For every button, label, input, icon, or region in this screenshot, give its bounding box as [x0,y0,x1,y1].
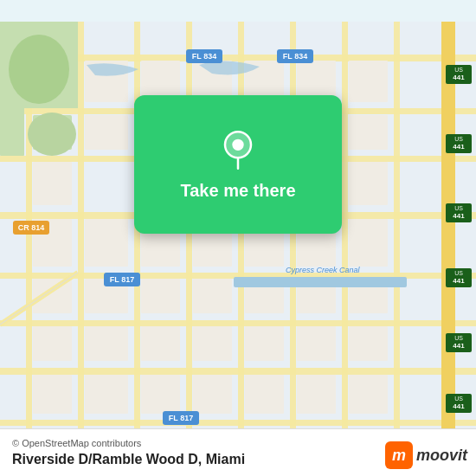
svg-rect-60 [85,375,128,414]
svg-rect-63 [245,375,284,414]
svg-text:FL 834: FL 834 [283,52,307,61]
svg-text:US: US [454,67,463,73]
map-container: FL 834 FL 834 FL 817 FL 817 FL 817 CR 81… [0,0,476,476]
svg-text:441: 441 [453,402,465,410]
svg-text:US: US [454,270,463,276]
svg-rect-13 [238,22,244,454]
svg-rect-15 [342,22,348,454]
location-pin-icon [216,129,260,172]
svg-text:441: 441 [453,342,465,350]
moovit-logo: m moovit [385,441,467,469]
svg-text:US: US [454,335,463,341]
moovit-icon: m [385,441,413,469]
svg-rect-37 [349,162,388,205]
svg-text:FL 817: FL 817 [169,414,193,422]
svg-rect-53 [85,326,128,361]
svg-text:US: US [454,396,463,402]
svg-rect-47 [141,279,180,313]
svg-text:Cypress Creek Canal: Cypress Creek Canal [286,266,361,274]
svg-rect-58 [349,326,388,361]
svg-text:FL 834: FL 834 [192,52,216,61]
svg-rect-54 [141,326,180,361]
svg-rect-65 [349,375,388,414]
svg-rect-14 [290,22,296,454]
svg-point-108 [232,138,243,150]
svg-rect-26 [85,115,128,150]
svg-rect-16 [394,22,400,454]
svg-text:US: US [454,205,463,211]
svg-point-68 [28,113,76,156]
svg-rect-57 [297,326,336,361]
svg-rect-39 [85,219,128,267]
svg-rect-44 [349,219,388,267]
svg-rect-59 [33,375,72,414]
svg-rect-71 [234,277,407,287]
svg-rect-52 [33,326,72,361]
moovit-brand-text: moovit [416,447,467,465]
svg-rect-32 [33,162,72,205]
svg-rect-72 [441,22,455,454]
svg-rect-48 [193,279,232,313]
svg-rect-55 [193,326,232,361]
svg-text:FL 817: FL 817 [110,275,134,284]
svg-rect-11 [134,22,140,454]
svg-text:441: 441 [453,212,465,220]
svg-text:441: 441 [453,277,465,285]
svg-rect-56 [245,326,284,361]
svg-text:441: 441 [453,74,465,81]
moovit-icon-text: m [392,447,406,465]
svg-rect-24 [349,61,388,102]
take-me-there-label: Take me there [180,181,295,201]
svg-rect-31 [349,115,388,150]
svg-rect-12 [186,22,192,454]
svg-text:441: 441 [453,143,465,151]
svg-point-70 [9,35,69,104]
map-background: FL 834 FL 834 FL 817 FL 817 FL 817 CR 81… [0,0,476,476]
svg-rect-62 [193,375,232,414]
action-card[interactable]: Take me there [134,95,342,234]
svg-text:CR 814: CR 814 [18,223,45,232]
svg-rect-10 [78,22,84,454]
svg-rect-61 [141,375,180,414]
svg-rect-64 [297,375,336,414]
svg-text:US: US [454,136,463,142]
